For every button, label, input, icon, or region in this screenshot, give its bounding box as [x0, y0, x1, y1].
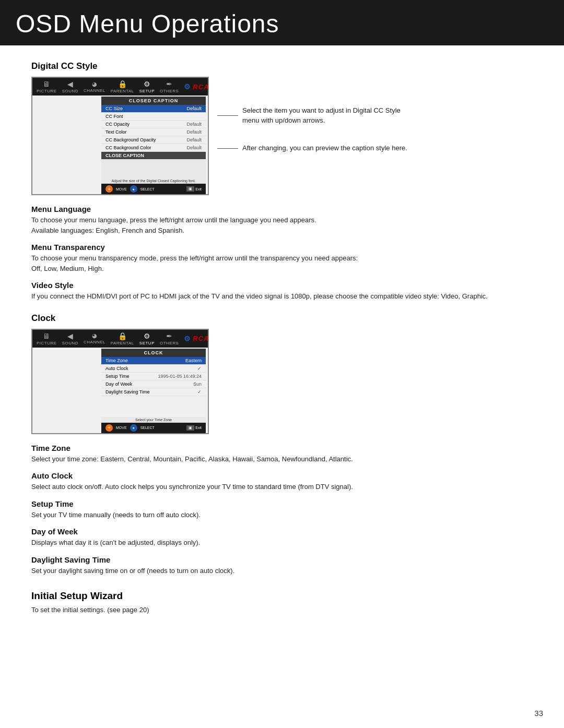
video-style-section: Video Style If you connect the HDMI/DVI …	[31, 281, 533, 302]
clock-exit-control: ▣ Exit	[186, 425, 202, 431]
nav-others: ✒ OTHERS	[160, 80, 179, 93]
text-color-label: Text Color	[105, 129, 127, 135]
cc-menu-header: CLOSED CAPTION	[101, 97, 206, 105]
cc-nav-controls: + MOVE ● SELECT ▣ Exit	[101, 184, 206, 194]
clock-picture-icon: 🖥	[43, 332, 50, 340]
page-title: OSD Menu Operations	[16, 9, 548, 38]
menu-transparency-section: Menu Transparency To choose your menu tr…	[31, 243, 533, 273]
cc-hint-bar: Adjust the size of the Digital Closed Ca…	[101, 178, 206, 184]
clock-nav-picture: 🖥 PICTURE	[37, 332, 57, 345]
video-style-body: If you connect the HDMI/DVI port of PC t…	[31, 291, 533, 302]
cc-font-label: CC Font	[105, 114, 123, 119]
time-zone-section: Time Zone Select your time zone: Eastern…	[31, 444, 533, 464]
clock-exit-label: Exit	[195, 426, 202, 429]
close-caption-label: CLOSE CAPTION	[105, 153, 144, 158]
cc-bg-opacity-value: Default	[186, 137, 202, 142]
channel-label: CHANNEL	[84, 88, 105, 93]
day-of-week-row: Day of Week Sun	[101, 380, 206, 388]
sound-label: SOUND	[62, 89, 78, 93]
timezone-label: Time Zone	[105, 358, 128, 363]
initial-setup-title: Initial Setup Wizard	[31, 590, 533, 602]
setup-time-value: 1995-01-05 16:49:24	[158, 374, 202, 379]
time-zone-body: Select your time zone: Eastern, Central,…	[31, 454, 533, 464]
clock-tv-nav-bar: 🖥 PICTURE ◀ SOUND ◕ CHANNEL 🔒 PARENTAL ⚙	[32, 330, 208, 348]
cc-opacity-label: CC Opacity	[105, 122, 130, 127]
digital-cc-mockup-wrapper: 🖥 PICTURE ◀ SOUND ◕ CHANNEL 🔒 PARENTAL ⚙	[31, 77, 533, 195]
clock-mockup-wrapper: 🖥 PICTURE ◀ SOUND ◕ CHANNEL 🔒 PARENTAL ⚙	[31, 329, 533, 434]
annotation-2: After changing, you can preview the capt…	[242, 144, 407, 153]
cc-bg-color-row: CC Background Color Default	[101, 144, 206, 152]
setup-time-section: Setup Time Set your TV time manually (ne…	[31, 499, 533, 520]
clock-others-label: OTHERS	[160, 341, 179, 345]
initial-setup-section: Initial Setup Wizard To set the initial …	[31, 590, 533, 615]
clock-channel-icon: ◕	[92, 332, 97, 339]
clock-parental-icon: 🔒	[118, 332, 127, 340]
day-of-week-section-body: Displays what day it is (can't be adjust…	[31, 538, 533, 548]
clock-settings-icon: ⚙	[184, 335, 191, 343]
menu-language-body: To choose your menu language, press the …	[31, 215, 533, 235]
clock-nav-setup: ⚙ SETUP	[139, 332, 155, 345]
timezone-row: Time Zone Eastern	[101, 357, 206, 365]
annotation-1: Select the item you want to adjust in Di…	[242, 106, 409, 126]
clock-nav-sound: ◀ SOUND	[62, 332, 78, 345]
initial-setup-body: To set the initial settings. (see page 2…	[31, 605, 533, 615]
picture-icon: 🖥	[43, 80, 50, 88]
video-style-title: Video Style	[31, 281, 533, 290]
dst-row: Daylight Saving Time ✓	[101, 388, 206, 396]
auto-clock-body: Select auto clock on/off. Auto clock hel…	[31, 482, 533, 492]
clock-select-label: SELECT	[140, 426, 155, 429]
menu-language-section: Menu Language To choose your menu langua…	[31, 205, 533, 235]
auto-clock-value: ✓	[197, 366, 202, 371]
clock-heading: Clock	[31, 313, 533, 324]
content-area: Digital CC Style 🖥 PICTURE ◀ SOUND ◕ CHA…	[0, 61, 564, 643]
menu-transparency-title: Menu Transparency	[31, 243, 533, 252]
nav-parental: 🔒 PARENTAL	[111, 80, 134, 93]
parental-icon: 🔒	[118, 80, 127, 88]
clock-nav-others: ✒ OTHERS	[160, 332, 179, 345]
time-zone-title: Time Zone	[31, 444, 533, 452]
sound-icon: ◀	[67, 80, 73, 88]
clock-parental-label: PARENTAL	[111, 341, 134, 345]
clock-sound-icon: ◀	[67, 332, 73, 340]
select-label: SELECT	[140, 187, 155, 191]
clock-setup-label: SETUP	[139, 341, 155, 345]
clock-exit-icon: ▣	[186, 425, 194, 431]
setup-label: SETUP	[139, 89, 155, 93]
digital-cc-style-heading: Digital CC Style	[31, 61, 533, 71]
cc-font-row: CC Font	[101, 113, 206, 121]
timezone-value: Eastern	[185, 358, 202, 363]
setup-icon: ⚙	[144, 80, 150, 88]
text-color-value: Default	[186, 129, 202, 135]
clock-hint-text: Select your Time Zone	[135, 418, 172, 422]
exit-icon: ▣	[186, 186, 194, 192]
cc-bg-opacity-label: CC Background Opacity	[105, 137, 156, 142]
clock-nav-channel: ◕ CHANNEL	[84, 332, 105, 344]
cc-bg-opacity-row: CC Background Opacity Default	[101, 136, 206, 144]
cc-size-row: CC Size Default	[101, 105, 206, 113]
parental-label: PARENTAL	[111, 89, 134, 93]
auto-clock-label: Auto Clock	[105, 366, 128, 371]
clock-setup-icon: ⚙	[144, 332, 150, 340]
cc-size-label: CC Size	[105, 106, 123, 111]
daylight-saving-body: Set your daylight saving time on or off …	[31, 566, 533, 576]
setup-time-row: Setup Time 1995-01-05 16:49:24	[101, 373, 206, 380]
clock-tv-screen: 🖥 PICTURE ◀ SOUND ◕ CHANNEL 🔒 PARENTAL ⚙	[31, 329, 209, 434]
clock-others-icon: ✒	[166, 332, 172, 340]
move-btn: +	[105, 185, 113, 193]
clock-picture-label: PICTURE	[37, 341, 57, 345]
auto-clock-section: Auto Clock Select auto clock on/off. Aut…	[31, 471, 533, 492]
exit-control: ▣ Exit	[186, 186, 202, 192]
day-of-week-section: Day of Week Displays what day it is (can…	[31, 527, 533, 548]
cc-size-value: Default	[186, 106, 202, 111]
cc-opacity-value: Default	[186, 122, 202, 127]
clock-sound-label: SOUND	[62, 341, 78, 345]
clock-move-btn: +	[105, 424, 113, 432]
day-of-week-value: Sun	[193, 381, 202, 387]
settings-circle-icon: ⚙	[184, 82, 191, 91]
rca-logo: RCA	[193, 83, 209, 91]
nav-channel: ◕ CHANNEL	[84, 81, 105, 93]
picture-label: PICTURE	[37, 89, 57, 93]
dst-label: Daylight Saving Time	[105, 389, 150, 395]
nav-setup: ⚙ SETUP	[139, 80, 155, 93]
setup-time-label: Setup Time	[105, 374, 130, 379]
